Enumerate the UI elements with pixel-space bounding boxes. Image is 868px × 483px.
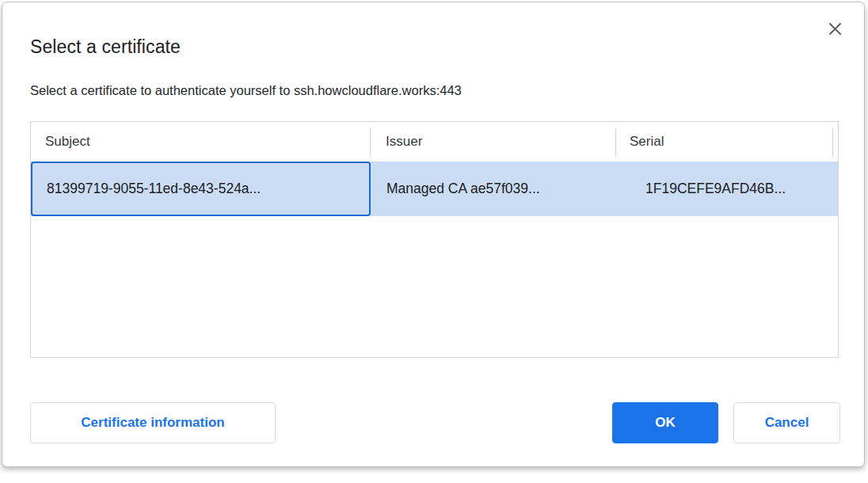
cancel-button[interactable]: Cancel [733, 402, 840, 443]
ok-button[interactable]: OK [612, 402, 718, 443]
certificate-row-selected[interactable]: 81399719-9055-11ed-8e43-524a... Managed … [31, 162, 838, 216]
column-header-subject: Subject [45, 122, 90, 162]
certificate-table-header: Subject Issuer Serial [31, 122, 838, 162]
dialog-title: Select a certificate [30, 36, 181, 58]
certificate-table: Subject Issuer Serial 81399719-9055-11ed… [30, 121, 839, 358]
select-certificate-dialog: Select a certificate Select a certificat… [2, 2, 865, 467]
dialog-subtitle: Select a certificate to authenticate you… [30, 83, 462, 98]
column-divider [832, 128, 833, 157]
column-divider [370, 128, 371, 157]
close-button[interactable] [824, 18, 845, 39]
column-header-issuer: Issuer [386, 122, 422, 162]
certificate-serial-cell[interactable]: 1F19CEFE9AFD46B... [645, 162, 786, 216]
column-header-serial: Serial [630, 122, 664, 162]
column-divider [615, 128, 616, 157]
certificate-information-button[interactable]: Certificate information [30, 402, 276, 443]
certificate-subject-cell[interactable]: 81399719-9055-11ed-8e43-524a... [31, 162, 371, 216]
certificate-issuer-cell[interactable]: Managed CA ae57f039... [386, 162, 540, 216]
close-icon [828, 22, 842, 36]
